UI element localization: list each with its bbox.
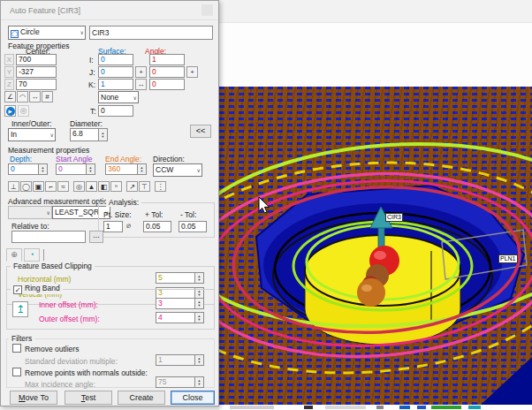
centerline-icon[interactable]: ⌀ xyxy=(126,221,131,230)
inner-offset-spinner[interactable]: 3 ▴▾ xyxy=(156,298,204,309)
spin-down-icon[interactable]: ▾ xyxy=(198,304,200,308)
feature-label-pln1[interactable]: PLN1 xyxy=(498,254,518,263)
spinner-buttons[interactable]: ▴▾ xyxy=(38,163,48,175)
cad-scene xyxy=(219,87,532,405)
tab-settings[interactable]: ⊕ xyxy=(6,248,22,262)
snap-width-icon[interactable]: ↔ xyxy=(29,91,41,102)
outer-offset-value[interactable]: 4 xyxy=(156,312,194,323)
surface-k-field[interactable]: 1 xyxy=(98,79,133,90)
spin-down-icon[interactable]: ▾ xyxy=(102,135,103,139)
spinner-buttons[interactable]: ▴▾ xyxy=(194,272,204,284)
plus-tol-field[interactable]: 0.05 xyxy=(143,221,171,232)
diameter-spinner[interactable]: 6.8 ▴▾ xyxy=(70,128,108,141)
grid-icon[interactable]: # xyxy=(42,91,53,102)
3d-viewport[interactable]: CIR3 PLN1 xyxy=(219,87,532,405)
spinner-buttons[interactable]: ▴▾ xyxy=(98,128,108,141)
angle-k-field[interactable]: 0 xyxy=(149,79,185,90)
t-field[interactable]: 0 xyxy=(98,105,133,117)
statusbar-icon-fragment xyxy=(325,406,366,409)
probe-comp-icon[interactable]: ◎ xyxy=(73,181,85,192)
start-angle-spinner[interactable]: 0 ▴▾ xyxy=(56,163,95,175)
measure-mode-button[interactable]: ▶ xyxy=(4,105,16,117)
path-mode-icon[interactable]: ⊥ xyxy=(8,181,19,192)
center-z-field[interactable]: 70 xyxy=(16,79,57,90)
remove-normals-checkbox[interactable] xyxy=(12,368,21,376)
test-label: est xyxy=(85,393,95,402)
height-icon[interactable]: ⁿ xyxy=(110,181,122,192)
spin-down-icon[interactable]: ▾ xyxy=(198,278,200,282)
angle-j-field[interactable]: 0 xyxy=(149,66,185,78)
spinner-buttons[interactable]: ▴▾ xyxy=(194,312,204,323)
more-options-icon[interactable]: ⋮ xyxy=(155,181,166,192)
inner-offset-value[interactable]: 3 xyxy=(156,298,194,309)
start-angle-value[interactable]: 0 xyxy=(56,163,86,175)
test-button[interactable]: Test xyxy=(65,391,112,405)
circle-path-icon[interactable]: ◯ xyxy=(20,181,32,192)
level-icon[interactable]: ▲ xyxy=(86,181,97,192)
ring-band-icon[interactable]: ↥ xyxy=(12,301,28,317)
plus-angle-button[interactable]: + xyxy=(186,66,198,78)
angle-i-field[interactable]: 1 xyxy=(149,54,185,65)
offset-icon[interactable]: ◧ xyxy=(98,181,110,192)
surface-j-field[interactable]: 0 xyxy=(98,66,133,78)
surface-i-field[interactable]: 0 xyxy=(98,54,133,65)
minus-tol-field[interactable]: 0.05 xyxy=(179,221,207,232)
spinner-buttons[interactable]: ▴▾ xyxy=(86,163,95,175)
tab-clipping[interactable]: ◔ xyxy=(24,248,40,262)
spin-down-icon[interactable]: ▾ xyxy=(198,318,200,322)
horizontal-value[interactable]: 5 xyxy=(156,272,194,284)
k-label: K: xyxy=(88,80,95,89)
vector-icon[interactable]: ↗ xyxy=(126,181,138,192)
spinner-buttons[interactable]: ▴▾ xyxy=(194,298,204,309)
relative-to-field[interactable] xyxy=(11,231,86,243)
horizontal-spinner[interactable]: 5 ▴▾ xyxy=(156,272,204,284)
feature-type-combo[interactable]: ◯Circle ∨ xyxy=(8,26,86,40)
square-path-icon[interactable]: ▣ xyxy=(33,181,44,192)
reference-combo[interactable]: None ∨ xyxy=(98,91,139,103)
text-icon[interactable]: ⊤ xyxy=(139,181,150,192)
feature-label-cir3[interactable]: CIR3 xyxy=(385,213,403,222)
outer-offset-spinner[interactable]: 4 ▴▾ xyxy=(156,312,204,323)
remove-outliers-checkbox[interactable] xyxy=(12,344,21,353)
incidence-spinner: 75 ▴▾ xyxy=(156,376,204,388)
t-label: T: xyxy=(90,107,96,116)
snap-angle-icon[interactable]: ∠ xyxy=(4,91,16,102)
close-button[interactable]: Close xyxy=(171,391,215,405)
center-x-field[interactable]: 700 xyxy=(16,54,57,65)
play-icon: ▶ xyxy=(6,107,15,116)
center-y-field[interactable]: -327 xyxy=(16,66,57,78)
inner-outer-combo[interactable]: In ∨ xyxy=(8,128,56,141)
end-angle-spinner[interactable]: 360 ▴▾ xyxy=(105,163,147,175)
end-angle-value[interactable]: 360 xyxy=(105,163,137,175)
plus-surface-button[interactable]: + xyxy=(135,66,147,78)
target-mode-button[interactable]: ◎ xyxy=(18,105,29,117)
depth-value[interactable]: 0 xyxy=(8,163,38,175)
collapse-button[interactable]: << xyxy=(190,125,211,138)
dialog-help-button[interactable] xyxy=(201,4,213,16)
flip-vector-button[interactable]: ↔ xyxy=(135,79,147,90)
inner-outer-label: Inner/Outer: xyxy=(11,119,51,128)
direction-combo[interactable]: CCW ∨ xyxy=(153,163,202,177)
i-label: I: xyxy=(89,56,94,65)
diameter-label: Diameter: xyxy=(70,119,103,128)
dialog-titlebar[interactable]: Auto Feature [CIR3] xyxy=(1,1,218,20)
spinner-buttons[interactable]: ▴▾ xyxy=(137,163,147,175)
browse-button[interactable]: ... xyxy=(89,231,103,243)
create-button[interactable]: Create xyxy=(118,391,165,405)
x-axis-label: X xyxy=(4,54,14,65)
spin-down-icon[interactable]: ▾ xyxy=(42,170,43,173)
corner-surface xyxy=(481,357,532,405)
snap-surface-icon[interactable]: ◠ xyxy=(17,91,28,102)
spin-down-icon[interactable]: ▾ xyxy=(89,170,91,173)
pt-size-field[interactable]: 1 xyxy=(103,221,123,232)
feature-name-field[interactable]: CIR3 xyxy=(89,26,213,40)
spin-down-icon[interactable]: ▾ xyxy=(141,170,142,173)
depth-spinner[interactable]: 0 ▴▾ xyxy=(8,163,48,175)
start-angle-label: Start Angle xyxy=(56,155,93,163)
corner-path-icon[interactable]: ⌐ xyxy=(45,181,57,192)
diameter-value[interactable]: 6.8 xyxy=(70,128,98,141)
y-axis-label: Y xyxy=(4,66,14,78)
move-to-button[interactable]: Move To xyxy=(10,391,57,405)
ring-band-checkbox[interactable]: ✓ xyxy=(13,285,22,294)
wave-path-icon[interactable]: ≈ xyxy=(57,181,69,192)
